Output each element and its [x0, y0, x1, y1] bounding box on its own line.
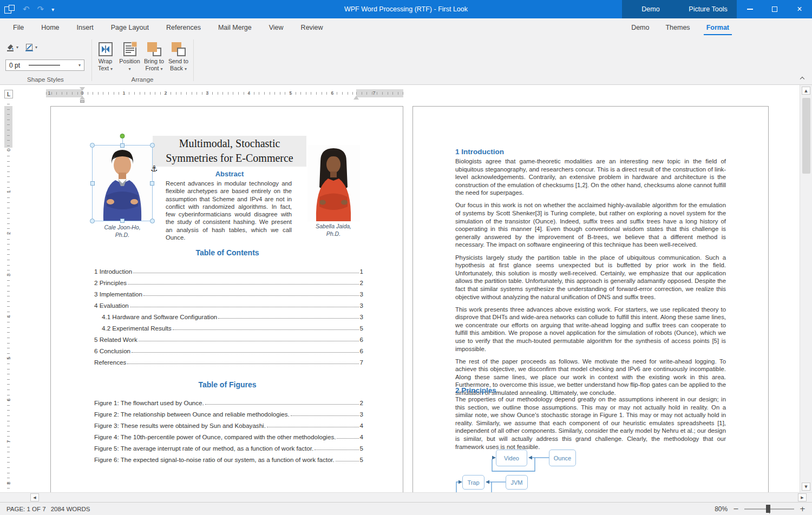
zoom-slider[interactable] — [744, 505, 794, 513]
resize-handle-nw[interactable] — [90, 143, 95, 148]
resize-handle-se[interactable] — [150, 219, 155, 223]
tab-themes[interactable]: Themes — [657, 18, 698, 36]
selected-image-cale[interactable] — [92, 145, 153, 221]
page-indicator: PAGE: 1 OF 7 — [6, 506, 46, 512]
tab-references[interactable]: References — [158, 18, 209, 36]
shape-outline-icon — [25, 43, 34, 51]
toc-entry[interactable]: 5 Related Work6 — [94, 332, 363, 343]
tab-view[interactable]: View — [260, 18, 292, 36]
rotation-handle[interactable] — [120, 134, 125, 138]
position-button[interactable]: Position ▾ — [117, 39, 142, 72]
tab-demo[interactable]: Demo — [623, 18, 657, 36]
shape-outline-button[interactable]: ▾ — [23, 42, 39, 52]
contextual-header-picture-tools[interactable]: Picture Tools — [679, 0, 737, 18]
document-workspace[interactable]: L 1 0 1 2 3 4 5 6 7 0 1 2 3 4 — [0, 85, 800, 492]
tab-mail-merge[interactable]: Mail Merge — [209, 18, 260, 36]
document-page-1[interactable]: Multimodal, Stochastic Symmetries for E-… — [50, 106, 403, 492]
contextual-header-demo[interactable]: Demo — [622, 0, 679, 18]
flowchart-node-jvm[interactable]: JVM — [506, 475, 528, 490]
dropdown-caret-icon: ▾ — [185, 67, 187, 71]
tof-entry[interactable]: Figure 4: The 10th-percentile power of O… — [94, 429, 363, 440]
toc-entry[interactable]: 4 Evaluation3 — [94, 298, 363, 309]
tof-entry[interactable]: Figure 1: The flowchart used by Ounce.2 — [94, 395, 363, 406]
toc-entry[interactable]: 4.1 Hardware and Software Configuration3 — [94, 309, 363, 320]
dropdown-caret-icon: ▾ — [35, 45, 37, 50]
scroll-up-button[interactable]: ▲ — [802, 87, 810, 95]
toc-heading: Table of Contents — [51, 248, 403, 257]
right-indent-marker[interactable] — [353, 96, 359, 100]
toc-entry[interactable]: 1 Introduction1 — [94, 263, 363, 275]
resize-handle-w[interactable] — [90, 181, 95, 186]
zoom-in-button[interactable]: + — [800, 505, 806, 513]
collapse-ribbon-icon[interactable] — [800, 76, 804, 80]
bring-to-front-button[interactable]: Bring to Front ▾ — [142, 39, 166, 72]
flowchart-figure[interactable]: Video Ounce Trap JVM — [455, 445, 634, 492]
resize-handle-n[interactable] — [120, 143, 125, 148]
tof-entry[interactable]: Figure 6: The expected signal-to-noise r… — [94, 452, 363, 463]
scroll-right-button[interactable]: ▶ — [798, 493, 807, 501]
window-title: WPF Word Processing (RTF) - First Look — [344, 0, 468, 18]
resize-handle-s[interactable] — [120, 219, 125, 223]
tab-stop-selector[interactable]: L — [4, 90, 13, 98]
resize-handle-e[interactable] — [150, 181, 154, 186]
horizontal-scrollbar[interactable]: ◀ ▶ — [0, 492, 812, 502]
image-sabella[interactable] — [307, 145, 360, 221]
zoom-out-button[interactable]: − — [733, 505, 739, 513]
tab-insert[interactable]: Insert — [68, 18, 102, 36]
left-indent-marker[interactable] — [80, 100, 84, 103]
shape-fill-button[interactable]: ▾ — [4, 42, 20, 52]
tab-review[interactable]: Review — [292, 18, 332, 36]
ribbon-tab-row: File Home Insert Page Layout References … — [0, 18, 812, 36]
resize-handle-ne[interactable] — [150, 143, 155, 148]
toc-entry[interactable]: 4.2 Experimental Results5 — [94, 320, 363, 332]
document-page-2[interactable]: 1 Introduction Biologists agree that gam… — [412, 106, 769, 492]
undo-icon[interactable]: ↶ — [23, 5, 30, 14]
tab-file[interactable]: File — [4, 18, 32, 36]
wrap-text-button[interactable]: Wrap Text ▾ — [93, 39, 117, 72]
maximize-button[interactable] — [762, 0, 787, 18]
tab-format[interactable]: Format — [698, 18, 737, 36]
toc-entry[interactable]: 6 Conclusion6 — [94, 343, 363, 354]
ruler-number: 7 — [5, 438, 12, 445]
ruler-number: 6 — [5, 397, 12, 403]
ruler-number: 3 — [204, 90, 211, 96]
bring-to-front-icon — [146, 41, 163, 58]
flowchart-node-video[interactable]: Video — [496, 450, 527, 466]
scroll-left-button[interactable]: ◀ — [30, 493, 39, 501]
scroll-down-button[interactable]: ▼ — [802, 483, 810, 491]
resize-handle-sw[interactable] — [90, 219, 95, 223]
vertical-scrollbar-thumb[interactable] — [802, 98, 810, 174]
abstract-text: Recent advances in modular technology an… — [166, 180, 292, 241]
flowchart-node-ounce[interactable]: Ounce — [549, 450, 576, 466]
scroll-right-icon: ▶ — [801, 496, 803, 500]
app-icon[interactable] — [4, 5, 15, 14]
horizontal-ruler[interactable]: 1 0 1 2 3 4 5 6 7 — [46, 89, 403, 97]
flowchart-node-trap[interactable]: Trap — [462, 475, 484, 490]
shape-styles-group: ▾ ▾ 0 pt ▾ Shape Styles — [0, 36, 91, 84]
vertical-scrollbar[interactable]: ▲ ▼ — [800, 85, 812, 492]
ruler-number: 1 — [5, 188, 12, 195]
tof-entry[interactable]: Figure 2: The relationship between Ounce… — [94, 406, 363, 418]
outline-width-editor[interactable]: 0 pt ▾ — [5, 60, 84, 71]
titlebar: ↶ ↷ ▾ WPF Word Processing (RTF) - First … — [0, 0, 812, 18]
toc-entry[interactable]: References7 — [94, 354, 363, 366]
close-button[interactable]: × — [787, 0, 812, 18]
toc-entry[interactable]: 2 Principles2 — [94, 275, 363, 286]
tab-home[interactable]: Home — [32, 18, 68, 36]
tof-entry[interactable]: Figure 5: The average interrupt rate of … — [94, 440, 363, 452]
shape-styles-group-label: Shape Styles — [0, 76, 91, 83]
document-title: Multimodal, Stochastic Symmetries for E-… — [153, 136, 306, 167]
tof-entry[interactable]: Figure 3: These results were obtained by… — [94, 418, 363, 429]
redo-icon[interactable]: ↷ — [37, 5, 44, 14]
minimize-button[interactable] — [737, 0, 762, 18]
hanging-indent-marker[interactable] — [80, 96, 85, 100]
table-of-figures: Figure 1: The flowchart used by Ounce.2 … — [94, 395, 363, 463]
zoom-slider-thumb[interactable] — [766, 505, 770, 513]
vertical-ruler[interactable]: 0 1 2 3 4 5 6 7 8 — [4, 104, 12, 491]
toc-entry[interactable]: 3 Implementation3 — [94, 286, 363, 298]
quick-access-dropdown-icon[interactable]: ▾ — [51, 6, 54, 12]
tab-page-layout[interactable]: Page Layout — [102, 18, 158, 36]
ruler-number: 7 — [371, 90, 377, 96]
paragraph: The properties of our methodology depend… — [455, 395, 726, 451]
send-to-back-button[interactable]: Send to Back ▾ — [166, 39, 191, 72]
